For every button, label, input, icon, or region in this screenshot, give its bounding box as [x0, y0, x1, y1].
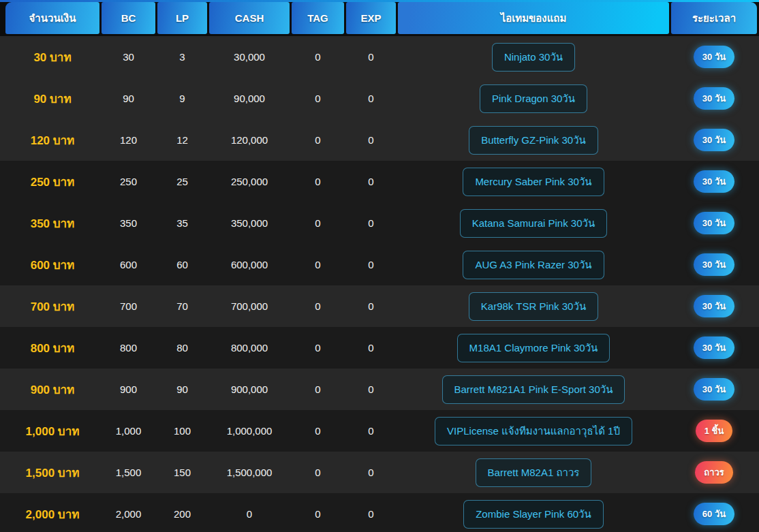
exp-cell: 0 [346, 51, 396, 63]
cash-cell: 700,000 [209, 300, 290, 312]
tag-cell: 0 [292, 425, 344, 437]
bc-cell: 120 [102, 134, 155, 146]
bonus-item-button[interactable]: Zombie Slayer Pink 60วัน [463, 500, 604, 529]
exp-cell: 0 [346, 134, 396, 146]
bc-cell: 800 [102, 342, 155, 354]
tag-cell: 0 [292, 342, 344, 354]
duration-pill: 30 วัน [694, 170, 734, 193]
bc-cell: 350 [102, 217, 155, 229]
table-row-600: 600 บาท 600 60 600,000 0 0 AUG A3 Pink R… [0, 244, 759, 285]
lp-cell: 80 [157, 342, 207, 354]
table-row-1000: 1,000 บาท 1,000 100 1,000,000 0 0 VIPLic… [0, 410, 759, 452]
exp-cell: 0 [346, 384, 396, 395]
bonus-item-button[interactable]: Barrett M82A1 ถาวร [476, 458, 592, 487]
duration-pill: 30 วัน [694, 129, 734, 151]
bonus-item-button[interactable]: M18A1 Claymore Pink 30วัน [457, 334, 610, 362]
duration-pill: 60 วัน [694, 503, 734, 525]
topup-rewards-table: จำนวนเงิน BC LP CASH TAG EXP ไอเทมของแถม… [0, 0, 759, 532]
bc-cell: 600 [102, 259, 155, 270]
tag-cell: 0 [292, 134, 344, 146]
header-cell-tag: TAG [292, 2, 344, 34]
table-row-900: 900 บาท 900 90 900,000 0 0 Barrett M821A… [0, 369, 759, 410]
header-cell-bc: BC [102, 2, 155, 34]
bonus-item-button[interactable]: Mercury Saber Pink 30วัน [463, 168, 604, 196]
bonus-item-button[interactable]: VIPLicense แจ้งทีมงานแลกอาวุธได้ 1ปี [435, 417, 632, 445]
lp-cell: 3 [157, 51, 207, 63]
cash-cell: 90,000 [209, 93, 290, 104]
bonus-item-button[interactable]: Ninjato 30วัน [492, 43, 575, 72]
bc-cell: 700 [102, 300, 155, 312]
amount-cell: 800 บาท [5, 339, 99, 357]
tag-cell: 0 [292, 467, 344, 478]
amount-cell: 30 บาท [5, 48, 99, 66]
lp-cell: 100 [157, 425, 207, 437]
table-body: 30 บาท 30 3 30,000 0 0 Ninjato 30วัน 30 … [0, 36, 759, 532]
tag-cell: 0 [292, 93, 344, 104]
tag-cell: 0 [292, 384, 344, 395]
amount-cell: 600 บาท [5, 255, 99, 274]
exp-cell: 0 [346, 259, 396, 270]
duration-pill: 30 วัน [694, 378, 734, 401]
table-row-700: 700 บาท 700 70 700,000 0 0 Kar98k TSR Pi… [0, 285, 759, 327]
bc-cell: 1,500 [102, 467, 155, 478]
bonus-item-button[interactable]: Pink Dragon 30วัน [480, 84, 587, 113]
bonus-item-button[interactable]: Butterfly GZ-Pink 30วัน [469, 126, 598, 155]
bonus-item-button[interactable]: AUG A3 Pink Razer 30วัน [463, 251, 604, 279]
cash-cell: 1,500,000 [209, 467, 290, 478]
exp-cell: 0 [346, 176, 396, 187]
tag-cell: 0 [292, 300, 344, 312]
header-cell-duration: ระยะเวลา [671, 2, 757, 34]
bonus-item-button[interactable]: Kar98k TSR Pink 30วัน [469, 292, 598, 321]
bonus-item-button[interactable]: Katana Samurai Pink 30วัน [460, 209, 607, 238]
lp-cell: 9 [157, 93, 207, 104]
bc-cell: 1,000 [102, 425, 155, 437]
amount-cell: 1,500 บาท [5, 463, 99, 482]
bc-cell: 30 [102, 51, 155, 63]
amount-cell: 250 บาท [5, 172, 99, 191]
exp-cell: 0 [346, 217, 396, 229]
cash-cell: 350,000 [209, 217, 290, 229]
duration-pill: 30 วัน [694, 253, 734, 276]
lp-cell: 90 [157, 384, 207, 395]
lp-cell: 70 [157, 300, 207, 312]
table-header: จำนวนเงิน BC LP CASH TAG EXP ไอเทมของแถม… [0, 2, 759, 34]
tag-cell: 0 [292, 217, 344, 229]
tag-cell: 0 [292, 508, 344, 520]
cash-cell: 900,000 [209, 384, 290, 395]
exp-cell: 0 [346, 300, 396, 312]
bc-cell: 90 [102, 93, 155, 104]
table-row-250: 250 บาท 250 25 250,000 0 0 Mercury Saber… [0, 161, 759, 202]
duration-pill: 30 วัน [694, 295, 734, 317]
table-row-350: 350 บาท 350 35 350,000 0 0 Katana Samura… [0, 202, 759, 244]
exp-cell: 0 [346, 425, 396, 437]
lp-cell: 200 [157, 508, 207, 520]
cash-cell: 1,000,000 [209, 425, 290, 437]
table-row-800: 800 บาท 800 80 800,000 0 0 M18A1 Claymor… [0, 327, 759, 369]
lp-cell: 60 [157, 259, 207, 270]
amount-cell: 2,000 บาท [5, 505, 99, 523]
table-row-2000: 2,000 บาท 2,000 200 0 0 0 Zombie Slayer … [0, 493, 759, 532]
table-row-30: 30 บาท 30 3 30,000 0 0 Ninjato 30วัน 30 … [0, 36, 759, 78]
header-cell-lp: LP [157, 2, 207, 34]
header-cell-exp: EXP [346, 2, 396, 34]
exp-cell: 0 [346, 342, 396, 354]
lp-cell: 12 [157, 134, 207, 146]
duration-pill: 30 วัน [694, 46, 734, 68]
amount-cell: 120 บาท [5, 131, 99, 149]
bonus-item-button[interactable]: Barrett M821A1 Pink E-Sport 30วัน [442, 375, 625, 404]
amount-cell: 90 บาท [5, 89, 99, 108]
bc-cell: 250 [102, 176, 155, 187]
duration-pill: 1 ชิ้น [696, 420, 733, 442]
table-row-90: 90 บาท 90 9 90,000 0 0 Pink Dragon 30วัน… [0, 78, 759, 119]
header-cell-item: ไอเทมของแถม [398, 2, 669, 34]
bc-cell: 2,000 [102, 508, 155, 520]
lp-cell: 35 [157, 217, 207, 229]
cash-cell: 120,000 [209, 134, 290, 146]
header-cell-cash: CASH [209, 2, 290, 34]
duration-pill: 30 วัน [694, 87, 734, 110]
exp-cell: 0 [346, 467, 396, 478]
tag-cell: 0 [292, 259, 344, 270]
lp-cell: 25 [157, 176, 207, 187]
duration-pill: 30 วัน [694, 337, 734, 359]
exp-cell: 0 [346, 508, 396, 520]
